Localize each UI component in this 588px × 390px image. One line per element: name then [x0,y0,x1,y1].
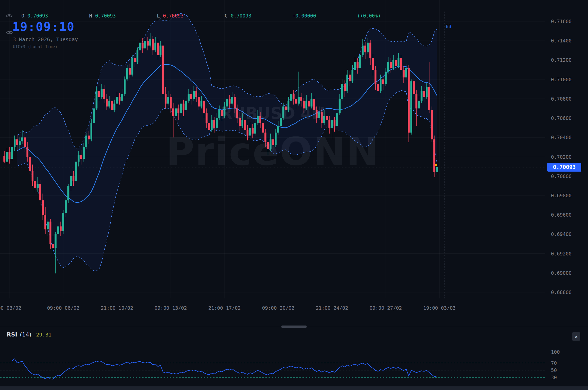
rsi-tick-label: 50 [551,367,557,373]
rsi-tick-label: 100 [551,349,560,355]
rsi-tick-label: 70 [551,360,557,366]
bollinger-band [17,13,437,271]
price-tick-label: 0.70600 [551,115,572,121]
price-tick-label: 0.71600 [551,19,572,24]
price-tick-label: 0.70800 [551,96,572,102]
price-tick-label: 0.69600 [551,212,572,218]
rsi-tick-label: 30 [551,375,557,380]
close-label: C [225,13,228,19]
time-tick-label: 09:00 27/02 [370,305,402,311]
price-change: +0.00000 [292,13,316,19]
chart-canvas[interactable] [0,0,588,390]
low-label: L [157,13,160,19]
eye-icon[interactable] [6,30,13,35]
bottom-scrollbar[interactable] [0,386,588,390]
bollinger-band-label: BB [446,24,451,29]
ohlc-open: O0.70093 [21,13,48,19]
price-tick-label: 0.71000 [551,77,572,82]
time-tick-label: 21:00 24/02 [316,305,348,311]
open-label: O [21,13,24,19]
price-tick-label: 0.71400 [551,38,572,43]
price-tick-label: 0.70400 [551,135,572,140]
rsi-period: (14) [20,331,31,338]
low-value: 0.70093 [163,13,184,19]
current-price-tag: 0.70093 [547,163,581,172]
price-tick-label: 0.69000 [551,270,572,276]
price-tick-label: 0.69400 [551,231,572,237]
pane-divider-handle[interactable] [281,325,307,328]
time-tick-label: 09:00 13/02 [155,305,187,311]
ohlc-close: C0.70093 [225,13,252,19]
timezone-label: UTC+3 (Local Time) [13,44,57,49]
rsi-header: RSI (14) 29.31 [7,331,51,338]
rsi-close-button[interactable]: ✕ [572,332,580,341]
order-marker [435,164,437,166]
high-label: H [89,13,92,19]
close-value: 0.70093 [231,13,251,19]
time-tick-label: 09:00 20/02 [262,305,295,311]
trading-chart-app: 0.716000.714000.712000.710000.708000.706… [0,0,588,390]
rsi-levels [0,363,545,378]
open-value: 0.70093 [27,13,48,19]
time-tick-label: 21:00 17/02 [208,305,241,311]
price-tick-label: 0.69200 [551,251,572,256]
rsi-value: 29.31 [36,332,51,338]
price-change-percent: (+0.00%) [357,13,381,19]
price-tick-label: 0.71200 [551,57,572,63]
current-date: 3 March 2026, Tuesday [13,36,78,42]
price-tick-label: 0.70000 [551,173,572,179]
price-tick-label: 0.70200 [551,154,572,160]
ohlc-row: O0.70093 H0.70093 L0.70093 C0.70093 +0.0… [6,13,422,19]
price-tick-label: 0.69800 [551,193,572,198]
eye-icon[interactable] [6,14,13,18]
time-tick-label: 21:00 10/02 [101,305,133,311]
rsi-title: RSI [7,331,17,338]
time-tick-label: 19:00 03/03 [423,305,456,311]
bar-countdown-timer: 19:09:10 [12,20,75,34]
ohlc-high: H0.70093 [89,13,116,19]
price-tick-label: 0.68800 [551,289,572,295]
ohlc-low: L0.70093 [157,13,184,19]
time-tick-label: 00 03/02 [0,305,21,311]
rsi-line [12,359,437,379]
time-tick-label: 09:00 06/02 [47,305,79,311]
high-value: 0.70093 [95,13,116,19]
